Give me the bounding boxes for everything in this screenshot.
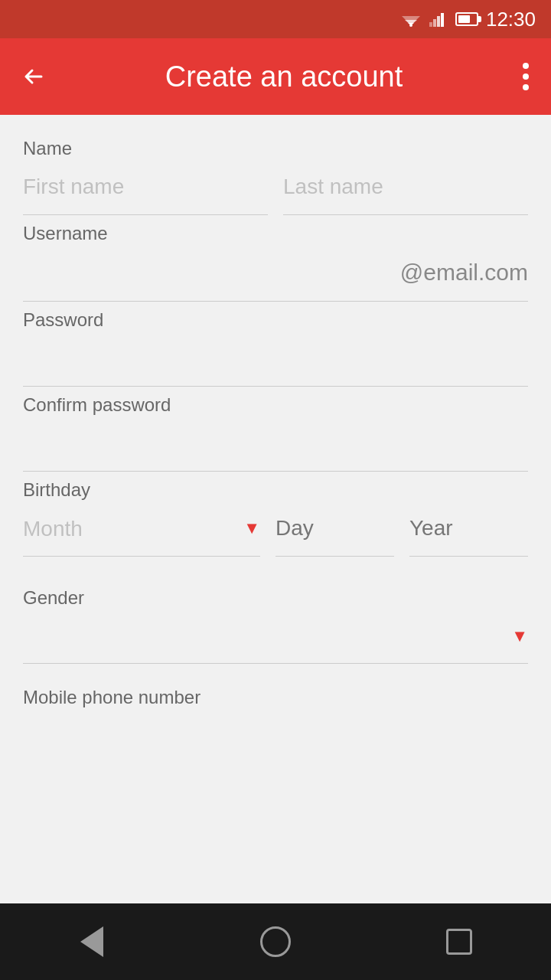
name-section: Name [23, 138, 528, 223]
back-nav-icon [80, 926, 103, 957]
gender-wrapper: Male Female Other ▼ [23, 616, 528, 664]
status-time: 12:30 [486, 8, 536, 31]
username-label: Username [23, 223, 528, 244]
last-name-input[interactable] [283, 167, 528, 207]
day-input[interactable] [276, 508, 394, 548]
battery-icon [455, 12, 478, 26]
nav-back-button[interactable] [61, 919, 122, 965]
confirm-password-section: Confirm password [23, 394, 528, 472]
nav-bar [0, 903, 551, 980]
app-bar: Create an account [0, 38, 551, 115]
page-title: Create an account [67, 60, 500, 93]
first-name-input[interactable] [23, 167, 268, 207]
svg-rect-5 [433, 19, 436, 27]
username-input[interactable] [23, 253, 400, 292]
birthday-row: Month January February March April May J… [23, 508, 528, 557]
nav-recent-button[interactable] [429, 919, 490, 965]
svg-point-3 [409, 24, 412, 27]
year-input[interactable] [409, 508, 528, 548]
svg-point-10 [523, 84, 529, 90]
gender-section: Gender Male Female Other ▼ [23, 587, 528, 664]
last-name-wrapper [283, 167, 528, 215]
recent-nav-icon [446, 929, 472, 955]
birthday-label: Birthday [23, 479, 528, 501]
month-dropdown-arrow: ▼ [243, 518, 260, 538]
svg-rect-7 [441, 13, 444, 27]
username-section: Username @email.com [23, 223, 528, 302]
birthday-section: Birthday Month January February March Ap… [23, 479, 528, 557]
status-icons: 12:30 [400, 8, 536, 31]
mobile-label: Mobile phone number [23, 687, 528, 708]
status-bar: 12:30 [0, 0, 551, 38]
signal-icon [429, 11, 448, 27]
gender-dropdown-arrow: ▼ [511, 626, 528, 646]
password-section: Password [23, 309, 528, 387]
password-wrapper [23, 338, 528, 387]
nav-home-button[interactable] [245, 919, 306, 965]
year-wrapper [409, 508, 528, 557]
svg-rect-4 [429, 22, 432, 27]
username-suffix: @email.com [400, 252, 528, 293]
name-row [23, 167, 528, 223]
gender-label: Gender [23, 587, 528, 609]
first-name-wrapper [23, 167, 268, 215]
wifi-icon [400, 11, 422, 27]
password-input[interactable] [23, 338, 528, 378]
form-content: Name Username @email.com Password Confir… [0, 115, 551, 903]
more-options-button[interactable] [516, 55, 536, 98]
home-nav-icon [260, 926, 291, 957]
confirm-password-wrapper [23, 423, 528, 472]
battery-fill [458, 15, 470, 23]
username-input-row: @email.com [23, 252, 528, 302]
day-wrapper [276, 508, 394, 557]
month-select[interactable]: Month January February March April May J… [23, 509, 243, 548]
password-label: Password [23, 309, 528, 331]
month-wrapper: Month January February March April May J… [23, 509, 260, 557]
name-label: Name [23, 138, 528, 159]
svg-point-9 [523, 74, 529, 80]
mobile-section: Mobile phone number [23, 687, 528, 708]
back-button[interactable] [15, 58, 52, 95]
svg-rect-6 [437, 16, 440, 27]
confirm-password-label: Confirm password [23, 394, 528, 416]
gender-select[interactable]: Male Female Other [23, 616, 511, 655]
svg-point-8 [523, 63, 529, 69]
confirm-password-input[interactable] [23, 423, 528, 463]
